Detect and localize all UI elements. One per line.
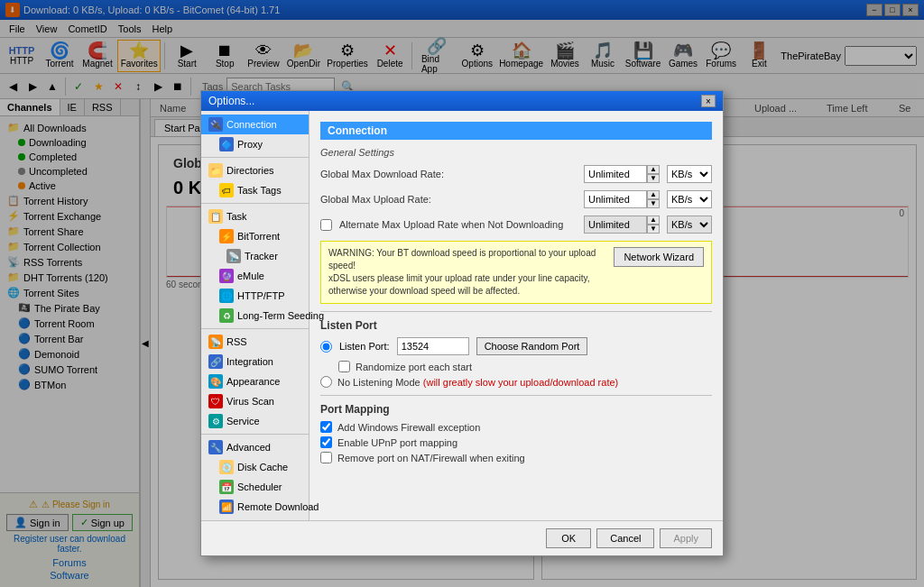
- alternate-rate-unit[interactable]: KB/s: [667, 216, 712, 234]
- nav-tracker[interactable]: 📡 Tracker: [201, 246, 309, 266]
- download-rate-unit[interactable]: KB/s: [667, 165, 712, 183]
- nav-task[interactable]: 📋 Task: [201, 206, 309, 226]
- upnp-checkbox[interactable]: [320, 436, 332, 448]
- remote-icon: 📶: [219, 500, 234, 514]
- options-dialog: Options... × 🔌 Connection 🔷 Proxy 📁 Dire…: [200, 90, 724, 556]
- emule-icon: 🔮: [219, 269, 234, 283]
- nav-rss[interactable]: 📡 RSS: [201, 332, 309, 352]
- nav-service[interactable]: ⚙ Service: [201, 411, 309, 431]
- upload-rate-input-group: ▲ ▼: [584, 190, 660, 208]
- virusscan-icon: 🛡: [208, 394, 223, 408]
- nav-directories[interactable]: 📁 Directories: [201, 161, 309, 180]
- remove-port-row: Remove port on NAT/Firewall when exiting: [320, 452, 712, 463]
- diskcache-icon: 💿: [219, 460, 234, 474]
- randomize-row: Randomize port each start: [338, 361, 712, 372]
- group-label: General Settings: [320, 147, 712, 158]
- nav-proxy[interactable]: 🔷 Proxy: [201, 134, 309, 154]
- alternate-rate-input-group: ▲ ▼: [584, 216, 660, 234]
- nav-connection[interactable]: 🔌 Connection: [201, 115, 309, 134]
- httpftp-icon: 🌐: [219, 289, 234, 303]
- nav-virusscan[interactable]: 🛡 Virus Scan: [201, 391, 309, 411]
- alternate-rate-row: Alternate Max Upload Rate when Not Downl…: [320, 216, 712, 234]
- portmap-section-header: Port Mapping: [320, 403, 712, 416]
- portmap-divider: [320, 395, 712, 396]
- nav-bittorrent[interactable]: ⚡ BitTorrent: [201, 226, 309, 246]
- alternate-rate-up[interactable]: ▲: [647, 216, 660, 225]
- remove-port-label: Remove port on NAT/Firewall when exiting: [337, 453, 525, 463]
- random-port-button[interactable]: Choose Random Port: [476, 337, 588, 355]
- nav-longterm[interactable]: ♻ Long-Term Seeding: [201, 306, 309, 326]
- warning-box: WARNING: Your BT download speed is propo…: [320, 241, 712, 304]
- upload-rate-down[interactable]: ▼: [647, 199, 660, 208]
- nav-emule[interactable]: 🔮 eMule: [201, 266, 309, 286]
- no-listen-row: No Listening Mode (will greatly slow you…: [320, 376, 712, 388]
- randomize-label: Randomize port each start: [356, 362, 472, 372]
- appearance-icon: 🎨: [208, 374, 223, 389]
- download-rate-up[interactable]: ▲: [647, 165, 660, 174]
- longterm-icon: ♻: [219, 308, 234, 323]
- bittorrent-icon: ⚡: [219, 229, 234, 243]
- nav-advanced[interactable]: 🔧 Advanced: [201, 437, 309, 457]
- nav-sep3: [201, 328, 309, 329]
- alternate-rate-label: Alternate Max Upload Rate when Not Downl…: [339, 219, 577, 230]
- nav-task-tags[interactable]: 🏷 Task Tags: [201, 180, 309, 200]
- nav-sep2: [201, 203, 309, 204]
- no-listen-label: No Listening Mode (will greatly slow you…: [337, 377, 618, 388]
- nav-httpftp[interactable]: 🌐 HTTP/FTP: [201, 286, 309, 306]
- nav-appearance[interactable]: 🎨 Appearance: [201, 371, 309, 391]
- dialog-overlay: Options... × 🔌 Connection 🔷 Proxy 📁 Dire…: [0, 0, 924, 587]
- no-listen-radio[interactable]: [320, 376, 332, 388]
- apply-button[interactable]: Apply: [660, 528, 712, 548]
- integration-icon: 🔗: [208, 354, 223, 369]
- upload-rate-up[interactable]: ▲: [647, 190, 660, 199]
- proxy-icon: 🔷: [219, 137, 234, 151]
- advanced-icon: 🔧: [208, 440, 223, 454]
- remove-port-checkbox[interactable]: [320, 452, 332, 463]
- nav-diskcache[interactable]: 💿 Disk Cache: [201, 457, 309, 477]
- firewall-row: Add Windows Firewall exception: [320, 421, 712, 433]
- upload-rate-row: Global Max Upload Rate: ▲ ▼ KB/s: [320, 190, 712, 208]
- listen-divider: [320, 311, 712, 312]
- listen-port-row: Listen Port: Choose Random Port: [320, 337, 712, 355]
- upnp-row: Enable UPnP port mapping: [320, 436, 712, 448]
- nav-remote[interactable]: 📶 Remote Download: [201, 497, 309, 517]
- randomize-checkbox[interactable]: [338, 361, 350, 372]
- firewall-checkbox[interactable]: [320, 421, 332, 433]
- download-rate-row: Global Max Download Rate: ▲ ▼ KB/s: [320, 165, 712, 183]
- upnp-label: Enable UPnP port mapping: [337, 437, 457, 448]
- nav-sep4: [201, 434, 309, 435]
- listen-section-header: Listen Port: [320, 319, 712, 332]
- upload-rate-unit[interactable]: KB/s: [667, 190, 712, 208]
- service-icon: ⚙: [208, 414, 223, 428]
- upload-rate-input[interactable]: [584, 190, 647, 208]
- alternate-rate-down[interactable]: ▼: [647, 225, 660, 234]
- download-rate-spinner: ▲ ▼: [647, 165, 660, 183]
- listen-port-radio[interactable]: [320, 341, 332, 353]
- upload-rate-label: Global Max Upload Rate:: [320, 194, 577, 205]
- warning-text: WARNING: Your BT download speed is propo…: [328, 247, 606, 298]
- network-wizard-button[interactable]: Network Wizard: [614, 247, 704, 267]
- dialog-close-button[interactable]: ×: [701, 95, 716, 107]
- directories-icon: 📁: [208, 163, 223, 178]
- rss-nav-icon: 📡: [208, 335, 223, 349]
- dialog-footer: OK Cancel Apply: [201, 520, 723, 555]
- task-icon: 📋: [208, 209, 223, 224]
- listen-port-input[interactable]: [397, 337, 469, 355]
- nav-scheduler[interactable]: 📅 Scheduler: [201, 477, 309, 497]
- upload-rate-spinner: ▲ ▼: [647, 190, 660, 208]
- alternate-rate-spinner: ▲ ▼: [647, 216, 660, 234]
- dialog-right-content: Connection General Settings Global Max D…: [310, 111, 723, 520]
- download-rate-down[interactable]: ▼: [647, 174, 660, 183]
- alternate-rate-checkbox[interactable]: [320, 219, 332, 231]
- download-rate-label: Global Max Download Rate:: [320, 169, 577, 179]
- section-title: Connection: [320, 122, 712, 140]
- dialog-titlebar: Options... ×: [201, 91, 723, 111]
- download-rate-input-group: ▲ ▼: [584, 165, 660, 183]
- ok-button[interactable]: OK: [546, 528, 591, 548]
- dialog-body: 🔌 Connection 🔷 Proxy 📁 Directories 🏷 Tas…: [201, 111, 723, 520]
- nav-integration[interactable]: 🔗 Integration: [201, 352, 309, 371]
- alternate-rate-input[interactable]: [584, 216, 647, 234]
- tracker-icon: 📡: [226, 249, 241, 263]
- download-rate-input[interactable]: [584, 165, 647, 183]
- cancel-button[interactable]: Cancel: [596, 528, 654, 548]
